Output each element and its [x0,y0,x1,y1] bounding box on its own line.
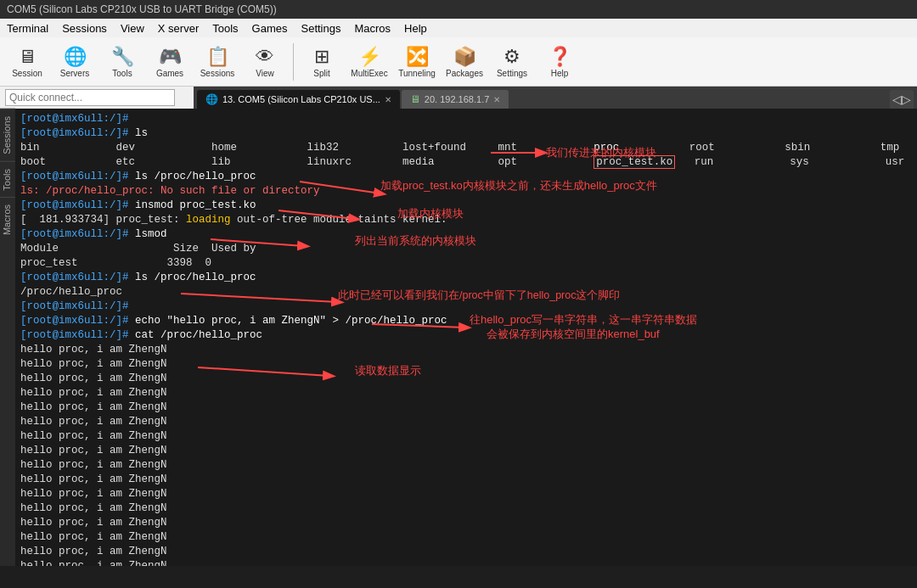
toolbar-session[interactable]: 🖥 Session [5,41,49,83]
tab-globe-icon: 🌐 [205,93,218,105]
left-panels: Sessions Tools Macros [0,109,15,566]
menu-xserver[interactable]: X server [151,20,205,36]
quick-connect-input[interactable] [5,89,175,106]
help-icon: ❓ [548,45,571,69]
menu-sessions[interactable]: Sessions [55,20,114,36]
toolbar-servers-label: Servers [60,69,89,78]
toolbar-view-label: View [256,69,274,78]
term-line: hello proc, i am ZhengN [20,487,912,501]
toolbar-tunneling-label: Tunneling [398,69,436,78]
term-line: hello proc, i am ZhengN [20,400,912,415]
games-icon: 🎮 [158,45,182,69]
side-panel-sessions[interactable]: Sessions [0,109,15,161]
split-icon: ⊞ [310,45,334,69]
toolbar-games-label: Games [156,69,183,78]
terminal[interactable]: [root@imx6ull:/]# [root@imx6ull:/]# ls b… [15,109,917,566]
term-line: hello proc, i am ZhengN [20,458,912,473]
toolbar: 🖥 Session 🌐 Servers 🔧 Tools 🎮 Games 📋 Se… [0,37,917,87]
toolbar-tools-label: Tools [112,69,132,78]
term-line: hello proc, i am ZhengN [20,415,912,429]
term-line: [root@imx6ull:/]# lsmod [20,227,912,242]
term-line: bin dev home lib32 lost+found mnt proc r… [20,141,912,155]
tab-ssh[interactable]: 🖥 20. 192.168.1.7 ✕ [402,90,509,109]
term-line: hello proc, i am ZhengN [20,516,912,530]
tab-com5[interactable]: 🌐 13. COM5 (Silicon Labs CP210x US... ✕ [197,90,400,109]
term-line: [root@imx6ull:/]# [20,300,912,314]
side-panel-tools[interactable]: Tools [0,161,15,198]
term-line: hello proc, i am ZhengN [20,372,912,386]
menu-settings[interactable]: Settings [295,20,348,36]
servers-icon: 🌐 [63,45,87,69]
term-line: ls: /proc/hello_proc: No such file or di… [20,184,912,199]
menu-tools[interactable]: Tools [205,20,245,36]
term-line: hello proc, i am ZhengN [20,530,912,545]
menu-games[interactable]: Games [245,20,295,36]
title-bar: COM5 (Silicon Labs CP210x USB to UART Br… [0,0,917,19]
term-line: hello proc, i am ZhengN [20,501,912,516]
term-line: [root@imx6ull:/]# ls /proc/hello_proc [20,170,912,184]
toolbar-help[interactable]: ❓ Help [537,41,582,83]
tabs-container: 🌐 13. COM5 (Silicon Labs CP210x US... ✕ … [194,87,509,109]
term-line: hello proc, i am ZhengN [20,429,912,444]
packages-icon: 📦 [453,45,476,69]
multiexec-icon: ⚡ [357,45,381,69]
menu-bar: Terminal Sessions View X server Tools Ga… [0,19,917,37]
menu-macros[interactable]: Macros [347,20,397,36]
term-line: [root@imx6ull:/]# insmod proc_test.ko [20,199,912,213]
toolbar-servers[interactable]: 🌐 Servers [53,41,97,83]
toolbar-multiexec-label: MultiExec [351,69,387,78]
toolbar-sessions-label: Sessions [200,69,235,78]
toolbar-tools[interactable]: 🔧 Tools [100,41,144,83]
term-line: [root@imx6ull:/]# [20,112,912,126]
term-line: hello proc, i am ZhengN [20,545,912,559]
tunneling-icon: 🔀 [405,45,429,69]
term-line: hello proc, i am ZhengN [20,473,912,487]
term-line: proc_test 3398 0 [20,256,912,271]
term-line: [root@imx6ull:/]# ls [20,126,912,141]
term-line: [ 181.933734] proc_test: loading out-of-… [20,213,912,227]
toolbar-settings-label: Settings [497,69,527,78]
toolbar-multiexec[interactable]: ⚡ MultiExec [347,41,391,83]
toolbar-packages[interactable]: 📦 Packages [442,41,487,83]
side-panel-macros[interactable]: Macros [0,197,15,242]
sessions-icon: 📋 [205,45,229,69]
term-line: Module Size Used by [20,242,912,256]
quick-connect-bar [0,87,194,109]
term-line: [root@imx6ull:/]# echo "hello proc, i am… [20,314,912,328]
menu-help[interactable]: Help [397,20,434,36]
tab-monitor-icon: 🖥 [410,93,420,105]
term-line: boot etc lib linuxrc media opt proc_test… [20,155,912,170]
toolbar-split-label: Split [313,69,329,78]
tools-icon: 🔧 [110,45,134,69]
toolbar-tunneling[interactable]: 🔀 Tunneling [395,41,439,83]
toolbar-session-label: Session [12,69,42,78]
toolbar-split[interactable]: ⊞ Split [300,41,344,83]
tab-com5-close[interactable]: ✕ [385,95,391,104]
term-line: hello proc, i am ZhengN [20,343,912,357]
toolbar-packages-label: Packages [446,69,483,78]
tab-ssh-label: 20. 192.168.1.7 [425,94,489,104]
toolbar-view[interactable]: 👁 View [243,41,287,83]
main-area: Sessions Tools Macros [root@imx6ull:/]# … [0,109,917,566]
term-line: [root@imx6ull:/]# ls /proc/hello_proc [20,271,912,285]
term-line: hello proc, i am ZhengN [20,386,912,400]
menu-terminal[interactable]: Terminal [0,20,55,36]
toolbar-sessions[interactable]: 📋 Sessions [195,41,239,83]
toolbar-divider [293,43,294,81]
tab-ssh-close[interactable]: ✕ [493,95,500,104]
toolbar-help-label: Help [551,69,569,78]
menu-view[interactable]: View [114,20,151,36]
term-line: hello proc, i am ZhengN [20,444,912,458]
session-icon: 🖥 [15,45,39,69]
toolbar-games[interactable]: 🎮 Games [148,41,192,83]
toolbar-settings[interactable]: ⚙ Settings [490,41,534,83]
term-line: [root@imx6ull:/]# cat /proc/hello_proc [20,328,912,343]
title-text: COM5 (Silicon Labs CP210x USB to UART Br… [7,3,277,15]
term-line: hello proc, i am ZhengN [20,357,912,372]
tab-nav-arrow[interactable]: ◁▷ [890,90,914,109]
tab-com5-label: 13. COM5 (Silicon Labs CP210x US... [222,94,380,104]
term-line: hello proc, i am ZhengN [20,559,912,566]
settings-icon: ⚙ [500,45,524,69]
view-icon: 👁 [253,45,277,69]
term-line: /proc/hello_proc [20,285,912,300]
